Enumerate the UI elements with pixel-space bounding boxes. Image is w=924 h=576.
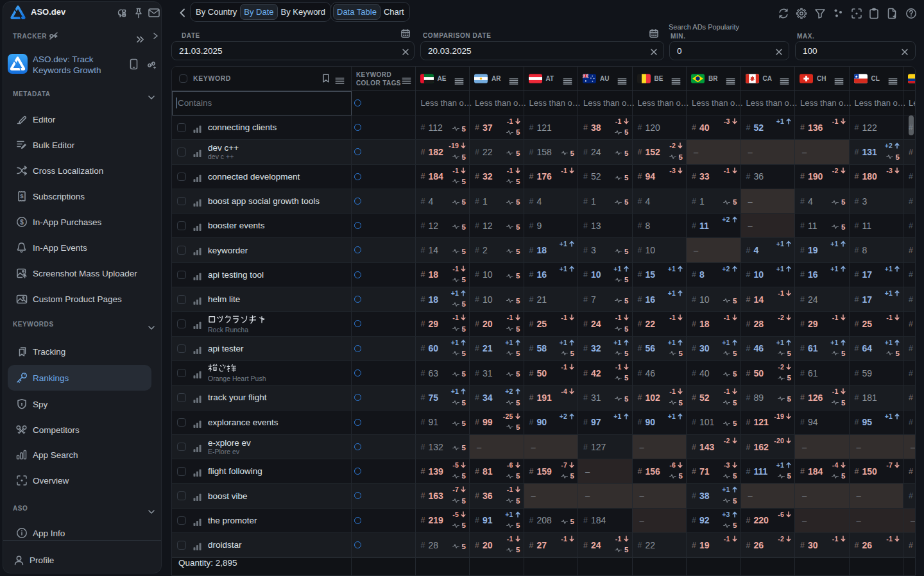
- svg-text:$: $: [20, 219, 24, 226]
- svg-text:$: $: [20, 192, 24, 199]
